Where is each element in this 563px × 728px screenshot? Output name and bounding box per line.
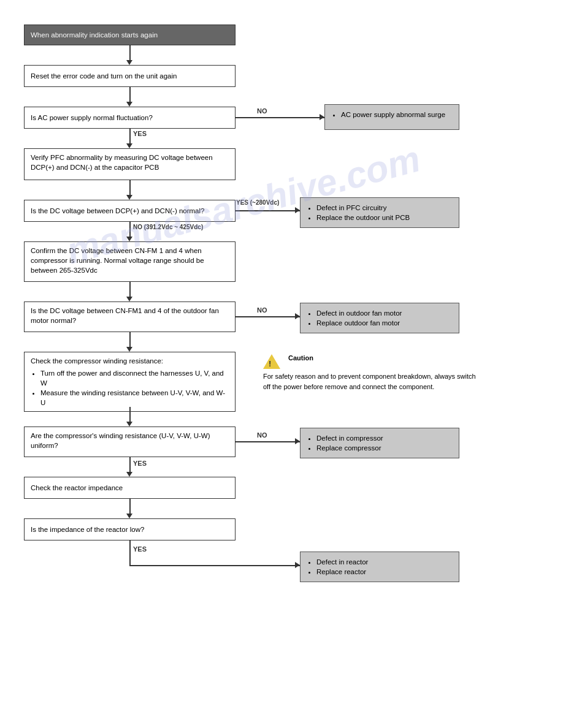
label-no-4: NO	[257, 431, 267, 439]
step9-label: Check the reactor impedance	[31, 483, 123, 493]
page-container: manualsarchive.com When abnormality indi…	[0, 0, 563, 728]
right-box-3-list: Defect in outdoor fan motor Replace outd…	[307, 308, 453, 328]
step10-label: Is the impedance of the reactor low?	[31, 525, 144, 534]
label-yes-280: YES (~280Vdc)	[236, 199, 279, 206]
right-box-4: Defect in compressor Replace compressor	[300, 428, 459, 458]
step7-item-2: Measure the winding resistance between U…	[40, 388, 229, 408]
right-box-1-list: AC power supply abnormal surge	[331, 110, 453, 119]
step8-box: Are the compressor's winding resistance …	[24, 427, 236, 457]
label-yes-1: YES	[133, 130, 147, 137]
label-yes-5: YES	[133, 545, 147, 553]
right-box-1: AC power supply abnormal surge	[324, 104, 459, 130]
right-box-3-item-2: Replace outdoor fan motor	[316, 318, 453, 328]
step1-box: Reset the error code and turn on the uni…	[24, 65, 236, 87]
right-box-2-item-1: Defect in PFC circuitry	[316, 203, 453, 213]
right-box-5-item-1: Defect in reactor	[316, 557, 453, 567]
right-box-2-list: Defect in PFC circuitry Replace the outd…	[307, 203, 453, 222]
caution-label: Caution	[288, 353, 313, 363]
step9-box: Check the reactor impedance	[24, 477, 236, 499]
step7-list: Turn off the power and disconnect the ha…	[31, 368, 229, 408]
flowchart: When abnormality indication starts again…	[18, 25, 545, 699]
label-no-1: NO	[257, 107, 267, 115]
label-yes-4: YES	[133, 460, 147, 467]
label-no-3: NO	[257, 306, 267, 314]
right-box-4-list: Defect in compressor Replace compressor	[307, 433, 453, 453]
right-box-3-item-1: Defect in outdoor fan motor	[316, 308, 453, 318]
step5-label: Confirm the DC voltage between CN-FM 1 a…	[31, 247, 204, 274]
step2-box: Is AC power supply normal fluctuation?	[24, 107, 236, 129]
right-box-1-item-1: AC power supply abnormal surge	[341, 110, 453, 119]
right-box-2: Defect in PFC circuitry Replace the outd…	[300, 197, 459, 228]
step1-label: Reset the error code and turn on the uni…	[31, 71, 177, 81]
step4-label: Is the DC voltage between DCP(+) and DCN…	[31, 206, 204, 216]
right-box-2-item-2: Replace the outdoor unit PCB	[316, 213, 453, 222]
right-box-5-list: Defect in reactor Replace reactor	[307, 557, 453, 577]
caution-triangle-icon	[263, 354, 280, 369]
right-box-5-item-2: Replace reactor	[316, 567, 453, 577]
step7-title: Check the compressor winding resistance:	[31, 356, 229, 366]
start-box-label: When abnormality indication starts again	[31, 30, 158, 40]
label-no-391: NO (391.2Vdc ~ 425Vdc)	[133, 224, 203, 230]
step7-item-1: Turn off the power and disconnect the ha…	[40, 368, 229, 388]
right-box-4-item-2: Replace compressor	[316, 443, 453, 453]
step8-label: Are the compressor's winding resistance …	[31, 432, 210, 449]
right-box-3: Defect in outdoor fan motor Replace outd…	[300, 303, 459, 333]
step5-box: Confirm the DC voltage between CN-FM 1 a…	[24, 241, 236, 282]
step10-box: Is the impedance of the reactor low?	[24, 518, 236, 540]
step3-box: Verify PFC abnormality by measuring DC v…	[24, 148, 236, 180]
step6-box: Is the DC voltage between CN-FM1 and 4 o…	[24, 301, 236, 332]
right-box-5: Defect in reactor Replace reactor	[300, 552, 459, 582]
step4-box: Is the DC voltage between DCP(+) and DCN…	[24, 200, 236, 222]
step3-label: Verify PFC abnormality by measuring DC v…	[31, 154, 213, 171]
start-box: When abnormality indication starts again	[24, 25, 236, 45]
step6-label: Is the DC voltage between CN-FM1 and 4 o…	[31, 307, 219, 324]
caution-box: Caution For safety reason and to prevent…	[263, 353, 484, 392]
caution-text: For safety reason and to prevent compone…	[263, 371, 484, 392]
right-box-4-item-1: Defect in compressor	[316, 433, 453, 443]
step2-label: Is AC power supply normal fluctuation?	[31, 113, 153, 123]
step7-box: Check the compressor winding resistance:…	[24, 352, 236, 412]
